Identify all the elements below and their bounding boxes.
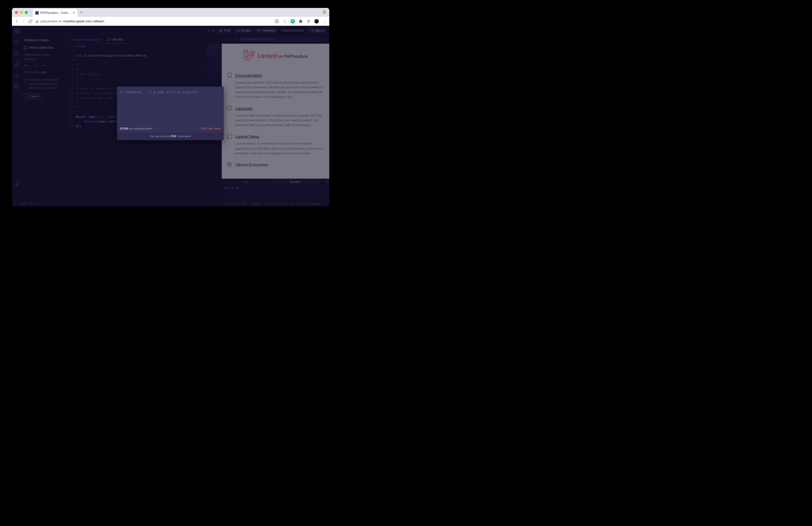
url-field[interactable]: 🔒 phpsandbox.io/n/yellow-glade-zxk1-w8wa… — [35, 19, 272, 23]
tab-title: PHPSandbox - Online Code Sa — [40, 11, 71, 15]
url-host: phpsandbox.io — [41, 19, 62, 23]
command-modal: >_ STDIN not supported here! Exit Code: … — [117, 87, 224, 140]
app-content: Fork Embed Feedback Create Notebook Sign… — [12, 26, 329, 207]
prompt-icon: >_ — [120, 90, 124, 94]
address-bar: 🔒 phpsandbox.io/n/yellow-glade-zxk1-w8wa… — [12, 17, 329, 26]
profile-avatar[interactable] — [314, 19, 319, 24]
back-button[interactable] — [14, 19, 18, 23]
modal-footer: You can only run PHP Commands — [117, 132, 224, 140]
exit-code: Exit Code: None — [201, 127, 221, 130]
extension-icons: ☆ G ⋮ — [275, 19, 327, 24]
reload-button[interactable] — [28, 19, 32, 23]
stdin-message: STDIN not supported here! — [120, 127, 153, 130]
command-input-row: >_ — [117, 87, 224, 97]
close-window-button[interactable] — [15, 11, 18, 14]
browser-window: PHPSandbox - Online Code Sa ✕ + 🔒 phpsan… — [12, 8, 329, 207]
grammarly-extension-icon[interactable]: G — [291, 19, 295, 24]
tab-close-button[interactable]: ✕ — [73, 11, 75, 15]
window-titlebar: PHPSandbox - Online Code Sa ✕ + — [12, 8, 329, 17]
extensions-icon[interactable] — [299, 19, 303, 24]
tab-favicon — [35, 11, 39, 15]
install-icon[interactable] — [275, 19, 279, 24]
lock-icon: 🔒 — [35, 19, 39, 23]
bookmark-star-icon[interactable]: ☆ — [282, 19, 287, 24]
svg-point-0 — [323, 11, 326, 13]
traffic-lights — [15, 11, 28, 14]
command-input[interactable] — [126, 90, 221, 94]
reading-list-icon[interactable] — [306, 19, 311, 24]
maximize-window-button[interactable] — [25, 11, 28, 14]
url-path: /n/yellow-glade-zxk1-w8wam — [63, 19, 104, 23]
chrome-menu-icon[interactable]: ⋮ — [322, 19, 327, 24]
tab-overflow-icon[interactable] — [322, 10, 326, 15]
new-tab-button[interactable]: + — [80, 10, 83, 15]
browser-tab[interactable]: PHPSandbox - Online Code Sa ✕ — [33, 9, 77, 17]
forward-button[interactable] — [21, 19, 25, 23]
minimize-window-button[interactable] — [20, 11, 23, 14]
modal-status-row: STDIN not supported here! Exit Code: Non… — [117, 125, 224, 132]
